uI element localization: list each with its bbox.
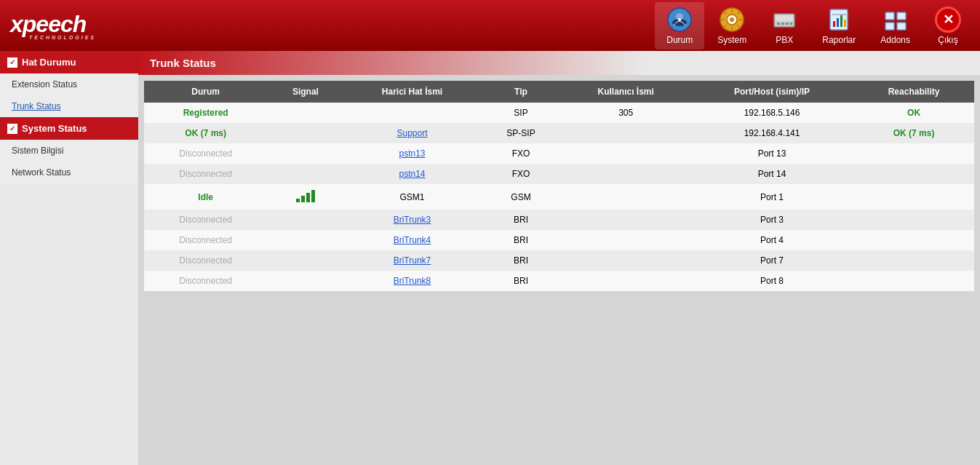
cell-reachability [853,271,974,291]
nav-item-system[interactable]: System [706,2,758,49]
table-header-row: Durum Signal Harici Hat İsmi Tip Kullanı… [144,81,974,103]
sidebar-item-network-status[interactable]: Network Status [0,162,138,183]
sidebar-item-trunk-status[interactable]: Trunk Status [0,95,138,117]
logo: xpeech TECHNOLOGIES [7,6,102,46]
table-row: Disconnectedpstn14FXOPort 14 [144,164,974,184]
cell-durum: Disconnected [144,250,267,271]
table-row: DisconnectedBriTrunk3BRIPort 3 [144,210,974,230]
durum-icon [666,7,693,33]
svg-rect-24 [833,21,835,27]
cell-signal [267,230,343,250]
svg-rect-22 [790,23,792,25]
cell-harici[interactable]: pstn14 [343,164,480,184]
cell-kullanici [561,164,690,184]
sidebar-item-extension-status[interactable]: Extension Status [0,73,138,95]
table-row: DisconnectedBriTrunk4BRIPort 4 [144,230,974,250]
svg-rect-20 [781,23,784,25]
table-row: RegisteredSIP305192.168.5.146OK [144,103,974,123]
col-tip: Tip [481,81,562,103]
cell-harici[interactable]: BriTrunk8 [343,271,480,291]
cell-signal [267,143,343,164]
svg-rect-26 [840,15,842,27]
nav-label-raporlar: Raporlar [822,35,856,45]
cell-port: Port 8 [690,271,853,291]
svg-text:TECHNOLOGIES: TECHNOLOGIES [29,35,96,40]
svg-rect-31 [885,23,894,30]
hat-durumu-checkbox: ✓ [7,57,17,68]
cell-port: 192.168.4.141 [690,123,853,143]
nav-item-raporlar[interactable]: Raporlar [810,2,867,49]
svg-rect-30 [897,12,906,20]
col-kullanici: Kullanıcı İsmi [561,81,690,103]
trunk-table: Durum Signal Harici Hat İsmi Tip Kullanı… [144,81,974,291]
cell-tip: SP-SIP [481,123,562,143]
cell-port: 192.168.5.146 [690,103,853,123]
exit-icon: ✕ [935,7,961,33]
cell-durum: Disconnected [144,271,267,291]
cell-durum: Disconnected [144,210,267,230]
addons-icon [883,7,909,33]
cell-harici[interactable]: Support [343,123,480,143]
cell-durum: OK (7 ms) [144,123,267,143]
cell-durum: Disconnected [144,164,267,184]
cell-kullanici [561,123,690,143]
cell-harici[interactable]: BriTrunk4 [343,230,480,250]
svg-rect-27 [844,20,846,27]
logo-text: xpeech TECHNOLOGIES [7,23,102,45]
cell-signal [267,164,343,184]
cell-kullanici [561,230,690,250]
cell-reachability [853,230,974,250]
table-body: RegisteredSIP305192.168.5.146OKOK (7 ms)… [144,103,974,291]
cell-harici[interactable]: BriTrunk3 [343,210,480,230]
cell-signal [267,123,343,143]
nav-item-cikis[interactable]: ✕ Çıkış [923,2,973,49]
svg-point-5 [678,18,681,21]
cell-port: Port 1 [690,184,853,210]
cell-kullanici [561,184,690,210]
sidebar-section-system-status[interactable]: ✓ System Status [0,117,138,140]
nav-label-addons: Addons [880,35,910,45]
cell-durum: Disconnected [144,143,267,164]
cell-signal [267,271,343,291]
table-row: Idle GSM1GSMPort 1 [144,184,974,210]
cell-reachability [853,250,974,271]
nav-item-pbx[interactable]: PBX [760,2,809,49]
cell-signal [267,103,343,123]
col-harici: Harici Hat İsmi [343,81,480,103]
cell-reachability [853,143,974,164]
cell-tip: FXO [481,143,562,164]
cell-port: Port 14 [690,164,853,184]
cell-durum: Idle [144,184,267,210]
nav-item-addons[interactable]: Addons [869,2,922,49]
cell-harici [343,103,480,123]
svg-rect-21 [786,23,789,25]
nav-bar: Durum System [655,2,973,49]
cell-port: Port 3 [690,210,853,230]
col-reachability: Reachability [853,81,974,103]
svg-point-8 [730,17,734,22]
cell-signal [267,184,343,210]
cell-kullanici [561,271,690,291]
table-row: DisconnectedBriTrunk7BRIPort 7 [144,250,974,271]
raporlar-icon [826,7,852,33]
cell-harici[interactable]: BriTrunk7 [343,250,480,271]
nav-label-system: System [717,35,746,45]
svg-rect-32 [897,23,906,30]
cell-tip: BRI [481,230,562,250]
nav-item-durum[interactable]: Durum [655,2,704,49]
system-icon [719,7,745,33]
cell-tip: FXO [481,164,562,184]
cell-tip: GSM [481,184,562,210]
bar1 [296,199,300,202]
sidebar-section-hat-durumu[interactable]: ✓ Hat Durumu [0,51,138,73]
svg-rect-29 [885,12,894,20]
sidebar-item-sistem-bilgisi[interactable]: Sistem Bilgisi [0,140,138,162]
page-header: Trunk Status [138,51,980,75]
cell-durum: Registered [144,103,267,123]
cell-tip: BRI [481,271,562,291]
cell-harici[interactable]: pstn13 [343,143,480,164]
col-port: Port/Host (isim)/IP [690,81,853,103]
nav-label-durum: Durum [666,35,693,45]
cell-kullanici: 305 [561,103,690,123]
cell-tip: BRI [481,210,562,230]
